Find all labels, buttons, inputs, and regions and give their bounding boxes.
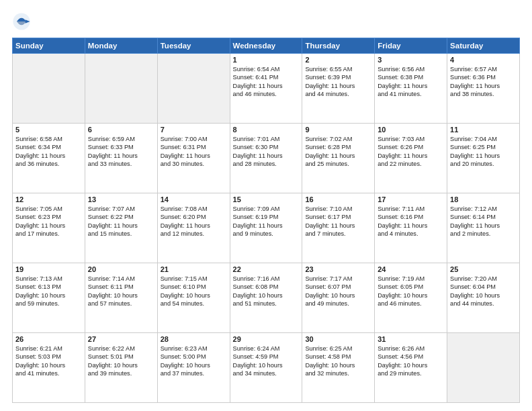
cell-text: Sunrise: 6:26 AM Sunset: 4:56 PM Dayligh… [378,345,444,378]
cell-text: Sunrise: 7:00 AM Sunset: 6:31 PM Dayligh… [161,135,227,169]
day-number: 14 [161,195,227,203]
cell-text: Sunrise: 6:56 AM Sunset: 6:38 PM Dayligh… [378,65,444,99]
calendar-cell: 15Sunrise: 7:09 AM Sunset: 6:19 PM Dayli… [230,193,302,263]
calendar-cell [13,54,85,124]
day-number: 9 [305,126,371,134]
day-number: 13 [88,195,154,203]
calendar-cell: 1Sunrise: 6:54 AM Sunset: 6:41 PM Daylig… [230,54,302,124]
week-row-1: 1Sunrise: 6:54 AM Sunset: 6:41 PM Daylig… [13,54,520,124]
cell-text: Sunrise: 7:13 AM Sunset: 6:13 PM Dayligh… [15,275,82,308]
cell-text: Sunrise: 6:54 AM Sunset: 6:41 PM Dayligh… [233,65,300,99]
calendar-cell: 23Sunrise: 7:17 AM Sunset: 6:07 PM Dayli… [302,263,375,333]
day-number: 21 [161,265,227,273]
day-number: 12 [15,195,82,203]
day-number: 4 [450,56,517,64]
calendar-cell: 21Sunrise: 7:15 AM Sunset: 6:10 PM Dayli… [157,263,230,333]
cell-text: Sunrise: 7:19 AM Sunset: 6:05 PM Dayligh… [378,275,444,308]
week-row-4: 19Sunrise: 7:13 AM Sunset: 6:13 PM Dayli… [13,263,520,333]
cell-text: Sunrise: 6:59 AM Sunset: 6:33 PM Dayligh… [88,135,154,169]
cell-text: Sunrise: 7:16 AM Sunset: 6:08 PM Dayligh… [233,275,300,308]
day-header-wednesday: Wednesday [230,38,302,54]
cell-text: Sunrise: 7:10 AM Sunset: 6:17 PM Dayligh… [305,205,371,238]
cell-text: Sunrise: 7:07 AM Sunset: 6:22 PM Dayligh… [88,205,154,238]
day-number: 10 [378,126,444,134]
cell-text: Sunrise: 7:02 AM Sunset: 6:28 PM Dayligh… [305,135,371,169]
day-header-friday: Friday [375,38,447,54]
calendar-cell: 25Sunrise: 7:20 AM Sunset: 6:04 PM Dayli… [447,263,520,333]
cell-text: Sunrise: 6:57 AM Sunset: 6:36 PM Dayligh… [450,65,517,99]
cell-text: Sunrise: 7:15 AM Sunset: 6:10 PM Dayligh… [161,275,227,308]
day-number: 22 [233,265,300,273]
calendar-cell: 13Sunrise: 7:07 AM Sunset: 6:22 PM Dayli… [85,193,157,263]
cell-text: Sunrise: 7:08 AM Sunset: 6:20 PM Dayligh… [161,205,227,238]
day-number: 31 [378,335,444,343]
calendar-cell: 16Sunrise: 7:10 AM Sunset: 6:17 PM Dayli… [302,193,375,263]
day-number: 8 [233,126,300,134]
day-header-monday: Monday [85,38,157,54]
cell-text: Sunrise: 7:05 AM Sunset: 6:23 PM Dayligh… [15,205,82,238]
cell-text: Sunrise: 6:23 AM Sunset: 5:00 PM Dayligh… [161,345,227,378]
calendar-cell: 6Sunrise: 6:59 AM Sunset: 6:33 PM Daylig… [85,124,157,193]
cell-text: Sunrise: 6:21 AM Sunset: 5:03 PM Dayligh… [15,345,82,378]
header-row: SundayMondayTuesdayWednesdayThursdayFrid… [13,38,520,54]
day-number: 28 [161,335,227,343]
day-number: 18 [450,195,517,203]
logo-icon [12,12,31,31]
day-number: 11 [450,126,517,134]
cell-text: Sunrise: 7:04 AM Sunset: 6:25 PM Dayligh… [450,135,517,169]
calendar-cell [85,54,157,124]
day-number: 1 [233,56,300,64]
cell-text: Sunrise: 7:01 AM Sunset: 6:30 PM Dayligh… [233,135,300,169]
calendar-cell: 12Sunrise: 7:05 AM Sunset: 6:23 PM Dayli… [13,193,85,263]
day-number: 25 [450,265,517,273]
logo [12,12,32,31]
week-row-5: 26Sunrise: 6:21 AM Sunset: 5:03 PM Dayli… [13,333,520,403]
day-number: 19 [15,265,82,273]
calendar-table: SundayMondayTuesdayWednesdayThursdayFrid… [12,38,520,403]
cell-text: Sunrise: 7:17 AM Sunset: 6:07 PM Dayligh… [305,275,371,308]
week-row-2: 5Sunrise: 6:58 AM Sunset: 6:34 PM Daylig… [13,124,520,193]
calendar-cell: 18Sunrise: 7:12 AM Sunset: 6:14 PM Dayli… [447,193,520,263]
cell-text: Sunrise: 7:20 AM Sunset: 6:04 PM Dayligh… [450,275,517,308]
calendar-cell: 5Sunrise: 6:58 AM Sunset: 6:34 PM Daylig… [13,124,85,193]
day-header-tuesday: Tuesday [157,38,230,54]
day-number: 2 [305,56,371,64]
day-number: 6 [88,126,154,134]
calendar-cell [447,333,520,403]
cell-text: Sunrise: 7:09 AM Sunset: 6:19 PM Dayligh… [233,205,300,238]
day-header-saturday: Saturday [447,38,520,54]
day-number: 16 [305,195,371,203]
day-header-sunday: Sunday [13,38,85,54]
calendar-cell: 30Sunrise: 6:25 AM Sunset: 4:58 PM Dayli… [302,333,375,403]
calendar-cell: 11Sunrise: 7:04 AM Sunset: 6:25 PM Dayli… [447,124,520,193]
calendar-cell: 27Sunrise: 6:22 AM Sunset: 5:01 PM Dayli… [85,333,157,403]
day-number: 7 [161,126,227,134]
day-number: 5 [15,126,82,134]
calendar-cell: 24Sunrise: 7:19 AM Sunset: 6:05 PM Dayli… [375,263,447,333]
day-number: 3 [378,56,444,64]
cell-text: Sunrise: 7:11 AM Sunset: 6:16 PM Dayligh… [378,205,444,238]
day-number: 23 [305,265,371,273]
calendar-cell: 10Sunrise: 7:03 AM Sunset: 6:26 PM Dayli… [375,124,447,193]
calendar-cell: 19Sunrise: 7:13 AM Sunset: 6:13 PM Dayli… [13,263,85,333]
page: SundayMondayTuesdayWednesdayThursdayFrid… [0,0,532,411]
calendar-cell: 7Sunrise: 7:00 AM Sunset: 6:31 PM Daylig… [157,124,230,193]
day-number: 15 [233,195,300,203]
calendar-cell: 29Sunrise: 6:24 AM Sunset: 4:59 PM Dayli… [230,333,302,403]
day-number: 29 [233,335,300,343]
day-number: 26 [15,335,82,343]
day-number: 17 [378,195,444,203]
calendar-cell: 20Sunrise: 7:14 AM Sunset: 6:11 PM Dayli… [85,263,157,333]
calendar-cell: 4Sunrise: 6:57 AM Sunset: 6:36 PM Daylig… [447,54,520,124]
calendar-cell: 8Sunrise: 7:01 AM Sunset: 6:30 PM Daylig… [230,124,302,193]
calendar-cell: 2Sunrise: 6:55 AM Sunset: 6:39 PM Daylig… [302,54,375,124]
week-row-3: 12Sunrise: 7:05 AM Sunset: 6:23 PM Dayli… [13,193,520,263]
cell-text: Sunrise: 6:25 AM Sunset: 4:58 PM Dayligh… [305,345,371,378]
day-header-thursday: Thursday [302,38,375,54]
calendar-cell: 28Sunrise: 6:23 AM Sunset: 5:00 PM Dayli… [157,333,230,403]
day-number: 30 [305,335,371,343]
calendar-cell: 22Sunrise: 7:16 AM Sunset: 6:08 PM Dayli… [230,263,302,333]
cell-text: Sunrise: 6:22 AM Sunset: 5:01 PM Dayligh… [88,345,154,378]
cell-text: Sunrise: 6:24 AM Sunset: 4:59 PM Dayligh… [233,345,300,378]
calendar-cell: 17Sunrise: 7:11 AM Sunset: 6:16 PM Dayli… [375,193,447,263]
